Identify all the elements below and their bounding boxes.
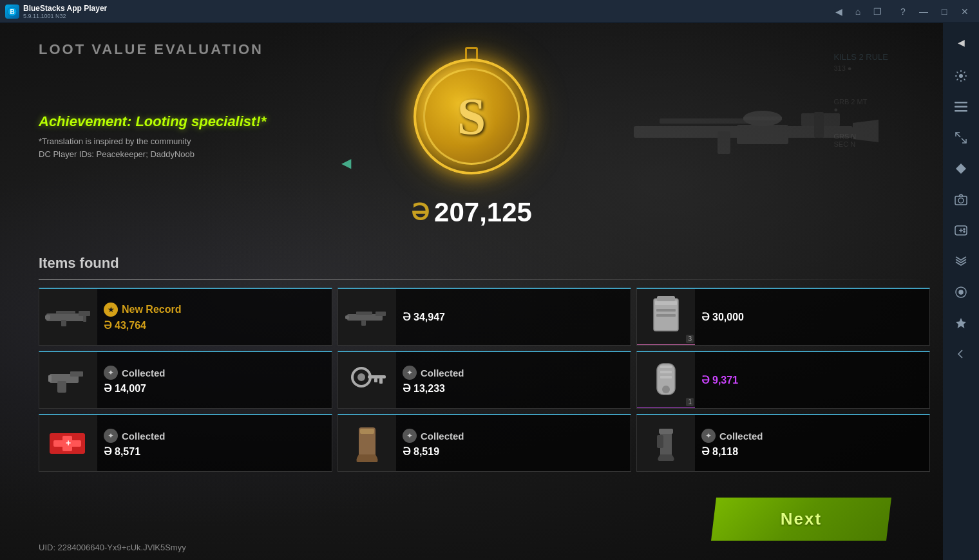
svg-point-61 <box>964 229 965 230</box>
item-image-9 <box>637 415 695 472</box>
currency-icon: Ə <box>403 445 411 458</box>
value-number: 43,764 <box>115 320 146 331</box>
svg-rect-34 <box>374 378 377 382</box>
collected-icon: ✦ <box>104 429 118 443</box>
achievement-sub: *Translation is inspired by the communit… <box>39 135 266 160</box>
score-value: Ə 207,125 <box>411 197 532 228</box>
help-button[interactable]: ? <box>894 4 912 19</box>
svg-rect-20 <box>345 315 349 319</box>
item-info-2: Ə 34,947 <box>396 306 631 328</box>
titlebar: B BlueStacks App Player 5.9.11.1001 N32 … <box>0 0 979 23</box>
items-grid: ★ New Record Ə 43,764 <box>39 288 930 472</box>
list-item: ✦ Collected Ə 8,118 <box>636 414 930 472</box>
svg-rect-48 <box>657 435 663 448</box>
sidebar-diamond-icon[interactable] <box>947 154 975 183</box>
score-currency-icon: Ə <box>411 199 429 226</box>
app-window: B BlueStacks App Player 5.9.11.1001 N32 … <box>0 0 979 560</box>
next-button[interactable]: Next <box>711 498 891 541</box>
item-value-6: Ə 9,371 <box>701 374 923 386</box>
sidebar-circle-icon[interactable] <box>947 278 975 306</box>
next-button-container: Next <box>711 498 891 541</box>
list-item: 1 Ə 9,371 <box>636 351 930 409</box>
svg-rect-14 <box>83 312 86 322</box>
item-info-1: ★ New Record Ə 43,764 <box>97 297 332 337</box>
svg-rect-52 <box>955 110 967 112</box>
svg-rect-47 <box>659 429 673 434</box>
svg-point-31 <box>357 373 365 381</box>
svg-rect-24 <box>656 309 676 312</box>
svg-rect-45 <box>360 429 374 434</box>
achievement-area: Achievement: Looting specialist!* *Trans… <box>39 113 266 160</box>
sidebar-menu-icon[interactable] <box>947 93 975 121</box>
item-info-4: ✦ Collected Ə 14,007 <box>97 360 332 400</box>
game-content: KILLS 2 RULE 313 ● GRB 2 MT ● GRS N SEC … <box>0 23 943 560</box>
items-section-title: Items found <box>39 255 930 272</box>
svg-rect-32 <box>368 375 386 378</box>
back-button[interactable]: ◀ <box>830 4 848 19</box>
currency-icon: Ə <box>701 445 710 458</box>
svg-rect-12 <box>56 311 75 314</box>
item-badge-3: 3 <box>686 335 694 343</box>
svg-rect-18 <box>356 312 372 315</box>
item-image-3: 3 <box>637 288 695 346</box>
item-value-2: Ə 34,947 <box>403 311 624 323</box>
svg-text:B: B <box>10 8 14 15</box>
achievement-note-2: DC Player IDs: Peacekeeper; DaddyNoob <box>39 148 266 161</box>
medal-letter: S <box>457 91 486 142</box>
achievement-title: Achievement: Looting specialist!* <box>39 113 266 130</box>
uid-text: UID: 2284006640-Yx9+cUk.JVlK5Smyy <box>39 543 186 552</box>
medal-container: S <box>413 59 529 174</box>
item-value-8: Ə 8,519 <box>403 445 624 458</box>
sidebar-resize-icon[interactable] <box>947 124 975 152</box>
svg-rect-15 <box>45 315 50 320</box>
value-number: 8,118 <box>712 446 738 458</box>
arrow-icon: ◀ <box>341 155 351 171</box>
item-status-8: Collected <box>421 431 464 442</box>
item-image-4 <box>39 351 97 409</box>
svg-marker-65 <box>956 318 966 328</box>
sidebar-camera-icon[interactable] <box>947 185 975 214</box>
svg-rect-36 <box>660 366 672 368</box>
titlebar-controls: ◀ ⌂ ❐ ? — □ ✕ <box>830 4 974 19</box>
item-value-5: Ə 13,233 <box>403 382 624 395</box>
bg-stats-panel: KILLS 2 RULE 313 ● GRB 2 MT ● GRS N SEC … <box>833 52 888 148</box>
medal-outer: S <box>413 59 529 174</box>
score-number: 207,125 <box>434 197 532 228</box>
copy-button[interactable]: ❐ <box>868 4 886 19</box>
home-button[interactable]: ⌂ <box>849 4 867 19</box>
sidebar-layers-icon[interactable] <box>947 247 975 275</box>
collected-icon: ✦ <box>403 366 417 380</box>
svg-rect-29 <box>48 375 52 382</box>
sidebar-gear-icon[interactable] <box>947 62 975 90</box>
svg-point-39 <box>662 386 670 393</box>
svg-rect-5 <box>718 131 730 154</box>
sidebar-star-icon[interactable] <box>947 309 975 337</box>
item-info-7: ✦ Collected Ə 8,571 <box>97 424 332 463</box>
close-button[interactable]: ✕ <box>956 4 974 19</box>
svg-point-64 <box>959 290 963 294</box>
value-number: 8,571 <box>115 446 140 458</box>
sidebar-expand-button[interactable]: ◀ <box>947 28 975 57</box>
value-number: 14,007 <box>115 383 146 395</box>
items-divider <box>39 279 930 280</box>
svg-line-53 <box>956 133 960 137</box>
app-title-group: BlueStacks App Player 5.9.11.1001 N32 <box>23 4 107 19</box>
svg-rect-37 <box>660 371 672 373</box>
sidebar-back-icon[interactable] <box>947 340 975 368</box>
app-logo: B BlueStacks App Player 5.9.11.1001 N32 <box>5 4 107 19</box>
svg-text:+: + <box>66 438 71 448</box>
maximize-button[interactable]: □ <box>935 4 953 19</box>
item-info-5: ✦ Collected Ə 13,233 <box>396 360 631 400</box>
item-image-1 <box>39 288 97 346</box>
svg-rect-7 <box>814 112 824 138</box>
sidebar-game-icon[interactable] <box>947 216 975 245</box>
svg-point-49 <box>959 74 963 78</box>
collected-icon: ✦ <box>403 429 417 443</box>
achievement-note-1: *Translation is inspired by the communit… <box>39 135 266 148</box>
svg-rect-28 <box>57 381 66 393</box>
value-number: 34,947 <box>413 312 445 323</box>
currency-icon: Ə <box>701 311 710 323</box>
page-title: LOOT VALUE EVALUATION <box>39 41 263 58</box>
minimize-button[interactable]: — <box>915 4 933 19</box>
item-status-5: Collected <box>421 368 464 378</box>
